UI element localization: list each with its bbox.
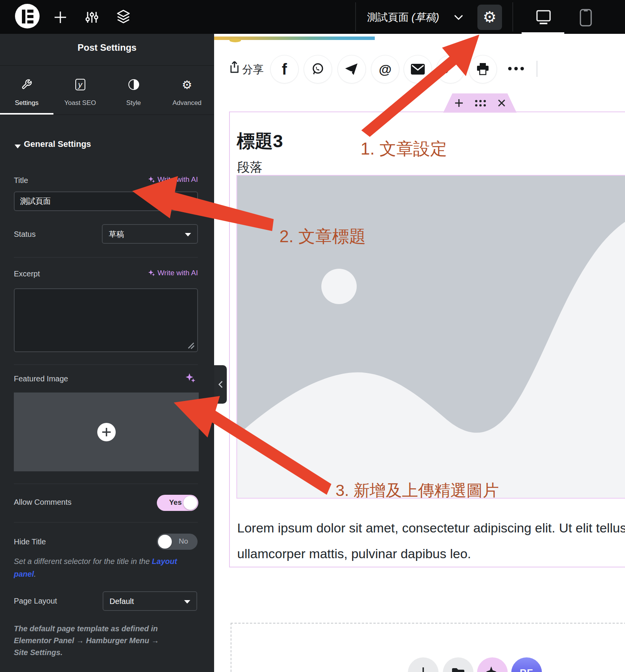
top-bar: 測試頁面 (草稿) ⚙ (0, 0, 625, 34)
select-caret-icon (185, 233, 191, 236)
excerpt-label: Excerpt (14, 269, 40, 278)
mobile-preview-icon[interactable] (580, 9, 592, 28)
allow-comments-label: Allow Comments (14, 498, 71, 507)
annotation-3: 3. 新增及上傳精選圖片 (336, 480, 499, 501)
share-facebook-button[interactable]: f (270, 55, 299, 83)
yoast-icon: y (53, 77, 107, 92)
annotation-2: 2. 文章標題 (279, 225, 366, 248)
telegram-icon (344, 62, 359, 77)
half-circle-icon (107, 77, 160, 92)
hide-title-toggle[interactable]: No (157, 534, 198, 550)
page-settings-gear-button[interactable]: ⚙ (477, 5, 502, 30)
share-email-button[interactable] (404, 55, 432, 83)
ai-sparkle-icon[interactable] (185, 373, 195, 384)
add-image-plus-icon[interactable] (97, 423, 116, 441)
share-label[interactable]: 分享 (242, 62, 264, 77)
section-collapse-caret-icon[interactable] (15, 145, 21, 148)
chevron-down-icon[interactable] (454, 14, 464, 22)
textarea-resize-handle[interactable] (187, 341, 195, 351)
select-caret-icon (184, 600, 190, 604)
ai-sparkle-icon (148, 269, 155, 276)
panel-collapse-handle[interactable] (214, 365, 227, 404)
tab-style[interactable]: Style (107, 65, 160, 115)
facebook-icon: f (282, 61, 287, 78)
threads-icon: @ (379, 62, 391, 77)
content-heading[interactable]: 標題3 (237, 129, 283, 153)
folder-icon (451, 666, 465, 672)
share-more-button[interactable] (508, 67, 524, 70)
tab-yoast-seo[interactable]: y Yoast SEO (53, 65, 107, 115)
share-threads-button[interactable]: @ (371, 55, 399, 83)
hide-title-label: Hide Title (14, 537, 46, 546)
structure-layers-icon[interactable] (116, 9, 131, 26)
close-icon[interactable] (497, 99, 506, 107)
print-icon (476, 62, 490, 76)
ai-sparkle-icon (148, 176, 155, 183)
topbar-separator (355, 2, 356, 32)
toggle-knob (183, 496, 197, 510)
wrench-icon (0, 77, 53, 92)
document-status: (草稿) (412, 12, 439, 23)
share-row-separator (537, 61, 537, 77)
drag-handle-icon[interactable] (475, 100, 486, 106)
email-icon (411, 63, 425, 75)
lorem-paragraph[interactable]: Lorem ipsum dolor sit amet, consectetur … (237, 515, 625, 567)
topbar-separator (512, 2, 513, 32)
document-title[interactable]: 測試頁面 (草稿) (367, 10, 439, 24)
featured-image-upload-area[interactable] (14, 393, 199, 471)
share-icon (228, 60, 240, 76)
ai-sparkle-icon (485, 666, 499, 672)
add-element-icon[interactable] (54, 11, 67, 25)
post-settings-panel: Post Settings Settings y Yoast SEO Style… (0, 34, 214, 672)
site-settings-sliders-icon[interactable] (85, 11, 98, 25)
whatsapp-icon (311, 62, 325, 77)
share-telegram-button[interactable] (337, 55, 366, 83)
page-preview: 分享 f @ (214, 34, 625, 672)
page-layout-select[interactable]: Default (103, 591, 197, 611)
gear-icon: ⚙ (160, 77, 214, 92)
logo-glyph (22, 10, 25, 23)
add-section-icon[interactable] (454, 98, 464, 108)
page-layout-label: Page Layout (14, 597, 57, 605)
content-paragraph[interactable]: 段落 (237, 159, 263, 176)
re-logo: RE (520, 667, 533, 672)
tab-settings[interactable]: Settings (0, 65, 53, 115)
plus-icon (416, 665, 431, 672)
share-whatsapp-button[interactable] (304, 55, 332, 83)
active-device-tab (522, 32, 564, 38)
elementor-logo[interactable] (15, 4, 40, 28)
tab-advanced[interactable]: ⚙ Advanced (160, 65, 214, 115)
status-label: Status (14, 230, 36, 239)
title-label: Title (14, 176, 28, 185)
share-print-button[interactable] (469, 55, 497, 83)
gradient-knob (229, 38, 241, 42)
panel-title: Post Settings (0, 42, 214, 53)
hide-title-note: Set a different selector for the title i… (14, 555, 180, 581)
toggle-state-label: Yes (169, 498, 182, 507)
chevron-left-icon (218, 381, 223, 388)
featured-image-label: Featured Image (14, 374, 68, 383)
section-title[interactable]: General Settings (24, 139, 91, 149)
placeholder-image (237, 176, 625, 499)
write-with-ai-button[interactable]: Write with AI (148, 175, 198, 184)
element-toolbar (443, 93, 517, 113)
excerpt-textarea[interactable] (14, 288, 198, 352)
hidden-icon (445, 63, 456, 75)
write-with-ai-button[interactable]: Write with AI (148, 269, 198, 277)
template-note: The default page template as defined in … (14, 623, 175, 659)
share-hidden-button[interactable] (436, 55, 465, 83)
title-input[interactable] (14, 191, 198, 211)
desktop-preview-icon[interactable] (536, 10, 551, 27)
status-select[interactable]: 草稿 (102, 224, 198, 244)
image-placeholder-widget[interactable] (236, 175, 625, 499)
toggle-state-label: No (179, 537, 188, 546)
toggle-knob (158, 535, 172, 549)
annotation-1: 1. 文章設定 (361, 138, 447, 160)
allow-comments-toggle[interactable]: Yes (157, 495, 198, 511)
